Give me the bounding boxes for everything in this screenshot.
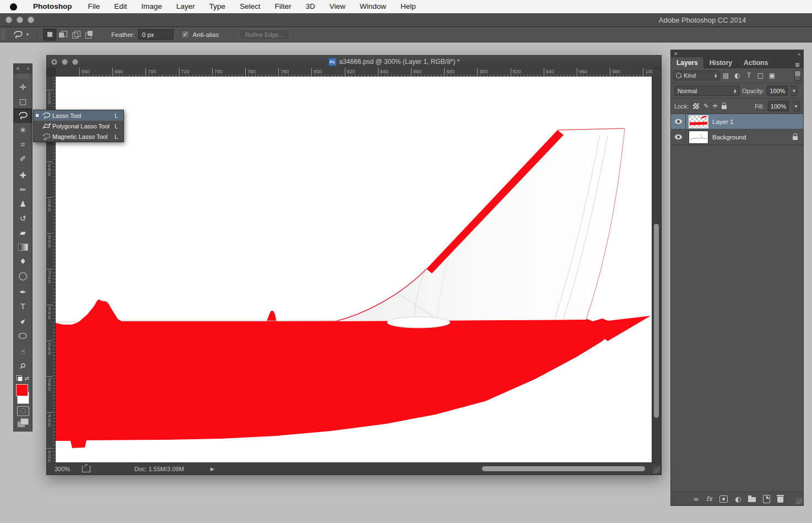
close-window-button[interactable]	[6, 17, 12, 23]
refine-edge-button[interactable]: Refine Edge...	[239, 29, 290, 40]
ellipse-tool[interactable]: ○	[14, 328, 32, 342]
zoom-level-field[interactable]: 300%	[55, 466, 78, 472]
share-icon[interactable]	[82, 466, 90, 472]
doc-minimize-button[interactable]	[62, 59, 68, 65]
new-group-icon[interactable]	[748, 497, 756, 502]
swap-colors-icon[interactable]: ⇄	[25, 375, 29, 381]
layer-style-icon[interactable]: fx	[706, 495, 712, 503]
doc-zoom-button[interactable]	[72, 59, 78, 65]
menu-layer[interactable]: Layer	[169, 0, 202, 13]
fill-value-field[interactable]: 100%	[768, 101, 789, 111]
feather-input[interactable]	[138, 29, 174, 40]
history-brush-tool[interactable]: ↺	[14, 211, 32, 225]
layer-thumbnail[interactable]	[689, 116, 708, 128]
pen-tool[interactable]: ✒	[14, 285, 32, 299]
move-tool[interactable]: ✛	[14, 80, 32, 94]
menu-window[interactable]: Window	[353, 0, 393, 13]
current-tool-button[interactable]: ▾	[12, 30, 29, 39]
add-mask-icon[interactable]	[719, 495, 728, 503]
lock-position-icon[interactable]: ✛	[713, 103, 718, 110]
menu-edit[interactable]: Edit	[107, 0, 134, 13]
tools-drag-grip[interactable]	[18, 74, 28, 79]
screen-mode-button[interactable]	[18, 418, 29, 427]
tab-history[interactable]: History	[704, 57, 738, 68]
vertical-scrollbar[interactable]	[652, 77, 661, 463]
panel-close-icon[interactable]: ✕	[674, 51, 678, 57]
document-title-bar[interactable]: Ps a34666.psd @ 300% (Layer 1, RGB/8*) *	[47, 56, 661, 68]
menu-image[interactable]: Image	[134, 0, 170, 13]
canvas[interactable]	[56, 77, 653, 463]
default-colors-icon[interactable]	[17, 375, 23, 381]
menu-item-lasso-tool[interactable]: Lasso Tool L	[34, 110, 123, 121]
eyedropper-tool[interactable]: ✐	[14, 152, 32, 166]
hand-tool[interactable]: ☝	[14, 344, 32, 359]
brush-tool[interactable]: ✏	[14, 182, 32, 197]
opacity-value-field[interactable]: 100%	[767, 85, 788, 96]
healing-brush-tool[interactable]: ✚	[14, 168, 32, 182]
layer-row-background[interactable]: Background	[671, 130, 803, 145]
status-options-arrow[interactable]: ▶	[210, 466, 214, 472]
tools-collapse-icon[interactable]: »	[27, 66, 30, 71]
quick-mask-button[interactable]	[17, 406, 29, 416]
dodge-tool[interactable]: ◯	[14, 268, 32, 283]
gradient-tool[interactable]	[14, 240, 32, 254]
eraser-tool[interactable]: ▰	[14, 225, 32, 240]
tab-layers[interactable]: Layers	[671, 57, 704, 68]
link-layers-icon[interactable]: ∞	[693, 495, 699, 503]
foreground-color-swatch[interactable]	[16, 384, 28, 396]
layer-name[interactable]: Background	[712, 134, 746, 141]
adjustment-layer-icon[interactable]: ◐	[735, 495, 741, 503]
horizontal-scrollbar-thumb[interactable]	[482, 466, 645, 471]
filter-pixel-icon[interactable]: ▤	[721, 72, 731, 79]
anti-alias-checkbox[interactable]: ✓	[181, 30, 190, 39]
filter-type-icon[interactable]: T	[744, 72, 754, 79]
subtract-from-selection-button[interactable]	[69, 29, 83, 41]
options-bar-grip[interactable]	[1, 29, 6, 40]
zoom-tool[interactable]: ⚲	[14, 359, 32, 373]
opacity-dropdown-icon[interactable]: ▼	[791, 85, 798, 96]
menu-select[interactable]: Select	[232, 0, 268, 13]
lock-all-icon[interactable]	[722, 105, 727, 109]
panel-menu-icon[interactable]: ≡	[792, 61, 803, 68]
new-layer-icon[interactable]	[763, 495, 770, 503]
add-to-selection-button[interactable]	[56, 29, 69, 41]
menu-filter[interactable]: Filter	[268, 0, 299, 13]
layer-row-layer-1[interactable]: Layer 1	[671, 114, 803, 130]
minimize-window-button[interactable]	[17, 17, 23, 23]
visibility-cell[interactable]	[671, 114, 686, 129]
filter-toggle-switch[interactable]	[794, 71, 801, 81]
menu-item-polygonal-lasso-tool[interactable]: Polygonal Lasso Tool L	[34, 121, 123, 131]
filter-kind-select[interactable]: Kind ▲▼	[673, 71, 719, 80]
crop-tool[interactable]: ⌗	[14, 137, 32, 152]
zoom-window-button[interactable]	[28, 17, 34, 23]
menu-help[interactable]: Help	[393, 0, 423, 13]
lock-transparency-icon[interactable]	[692, 103, 700, 110]
clone-stamp-tool[interactable]: ♟	[14, 197, 32, 211]
magic-wand-tool[interactable]: ✳	[14, 123, 32, 137]
filter-shape-icon[interactable]: □	[755, 72, 766, 79]
tab-actions[interactable]: Actions	[738, 57, 774, 68]
menu-type[interactable]: Type	[202, 0, 232, 13]
blend-mode-select[interactable]: Normal ▲▼	[674, 85, 739, 96]
lasso-tool[interactable]	[14, 109, 32, 123]
tools-close-icon[interactable]: ✕	[16, 66, 20, 71]
window-resize-grip[interactable]	[653, 466, 660, 473]
doc-close-button[interactable]	[51, 59, 57, 65]
vertical-scrollbar-thumb[interactable]	[654, 224, 659, 418]
visibility-cell[interactable]	[671, 130, 686, 144]
path-selection-tool[interactable]: ►	[14, 314, 32, 328]
new-selection-button[interactable]	[43, 29, 56, 41]
fill-dropdown-icon[interactable]: ▼	[793, 101, 800, 111]
menu-3d[interactable]: 3D	[299, 0, 322, 13]
filter-smart-object-icon[interactable]: ▣	[767, 72, 777, 79]
lock-paint-icon[interactable]: ✎	[703, 103, 708, 110]
blur-tool[interactable]: ♦	[14, 254, 32, 268]
layer-thumbnail[interactable]	[689, 131, 708, 143]
filter-adjustment-icon[interactable]: ◐	[732, 72, 743, 79]
menu-file[interactable]: File	[81, 0, 107, 13]
delete-layer-icon[interactable]	[777, 497, 783, 503]
panel-collapse-icon[interactable]: «	[797, 51, 800, 57]
panel-resize-grip[interactable]	[795, 498, 802, 504]
apple-logo-icon[interactable]	[10, 3, 17, 10]
menu-photoshop[interactable]: Photoshop	[26, 0, 81, 13]
